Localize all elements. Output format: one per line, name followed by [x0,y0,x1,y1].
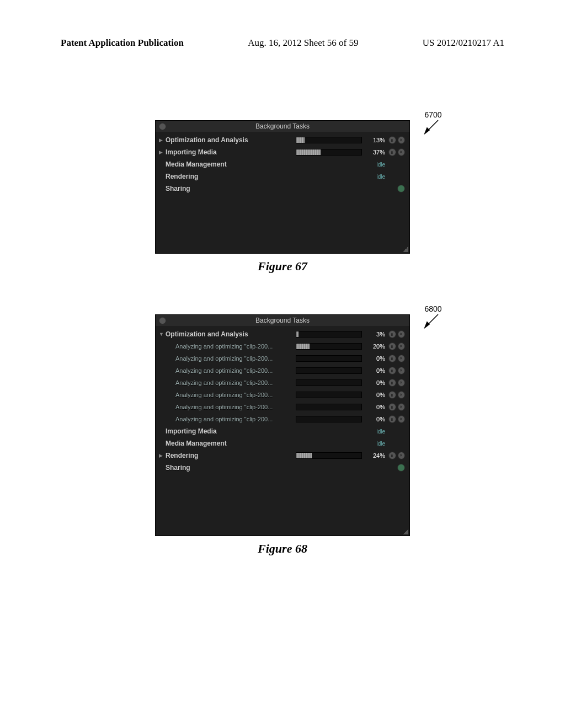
progress-bar [296,452,362,459]
progress-bar [296,404,362,410]
progress-empty [296,404,361,410]
progress-fill [296,149,321,155]
subtask-row[interactable]: Analyzing and optimizing "clip-200...0%⏸… [156,365,409,377]
figure-caption: Figure 67 [139,259,426,274]
task-label: Sharing [166,185,291,192]
pause-icon[interactable]: ⏸ [388,379,396,387]
pause-icon[interactable]: ⏸ [388,330,396,338]
progress-fill [296,137,305,143]
pause-icon[interactable]: ⏸ [388,355,396,362]
task-label: Importing Media [166,427,291,435]
progress-empty [296,392,361,398]
task-row[interactable]: Importing Media37%⏸✕ [156,146,409,158]
cancel-icon[interactable]: ✕ [398,367,406,374]
svg-marker-1 [425,128,429,133]
resize-grip-icon[interactable] [403,247,408,252]
titlebar[interactable]: Background Tasks [156,315,409,326]
callout-label: 6800 [424,304,443,313]
resize-grip-icon[interactable] [403,529,408,534]
task-label: Analyzing and optimizing "clip-200... [166,404,296,410]
progress-empty [299,331,361,337]
cancel-icon[interactable]: ✕ [398,391,406,399]
status-idle-label: idle [291,441,385,447]
cancel-icon[interactable]: ✕ [398,136,406,144]
close-icon[interactable] [159,123,166,130]
progress-bar [296,416,362,422]
cancel-icon[interactable]: ✕ [398,330,406,338]
progress-bar [296,367,362,374]
subtask-row[interactable]: Analyzing and optimizing "clip-200...0%⏸… [156,352,409,365]
row-controls: ⏸✕ [388,355,405,362]
pause-icon[interactable]: ⏸ [388,403,396,411]
task-row[interactable]: Renderingidle [156,170,409,183]
progress-empty [296,356,361,361]
window-title: Background Tasks [255,122,310,130]
progress-percent: 0% [364,355,385,362]
progress-percent: 0% [364,392,385,398]
close-icon[interactable] [159,317,166,324]
cancel-icon[interactable]: ✕ [398,415,406,423]
task-label: Analyzing and optimizing "clip-200... [166,416,296,422]
task-label: Analyzing and optimizing "clip-200... [166,392,296,398]
progress-percent: 20% [364,343,385,350]
pause-icon[interactable]: ⏸ [388,367,396,374]
subtask-row[interactable]: Analyzing and optimizing "clip-200...0%⏸… [156,401,409,413]
progress-bar [296,392,362,398]
window-title: Background Tasks [255,317,310,324]
task-row[interactable]: Sharing [156,183,409,195]
row-controls: ⏸✕ [388,379,405,387]
task-row[interactable]: Optimization and Analysis3%⏸✕ [156,328,409,340]
progress-bar [296,355,362,362]
disclosure-right-icon[interactable] [159,149,166,155]
row-controls: ⏸✕ [388,330,405,338]
header-left: Patent Application Publication [61,38,184,49]
row-controls [388,464,405,472]
cancel-icon[interactable]: ✕ [398,403,406,411]
row-controls: ⏸✕ [388,148,405,156]
disclosure-right-icon[interactable] [159,137,166,143]
subtask-row[interactable]: Analyzing and optimizing "clip-200...0%⏸… [156,389,409,401]
task-label: Media Management [166,440,291,447]
titlebar[interactable]: Background Tasks [156,121,409,132]
panel-fig67: Background Tasks Optimization and Analys… [155,120,410,254]
panel-fig68: Background Tasks Optimization and Analys… [155,314,410,536]
pause-icon[interactable]: ⏸ [388,148,396,156]
task-row[interactable]: Importing Mediaidle [156,425,409,437]
pause-icon[interactable]: ⏸ [388,452,396,459]
gear-icon[interactable] [397,464,405,472]
callout-arrow-icon [424,119,443,135]
pause-icon[interactable]: ⏸ [388,136,396,144]
cancel-icon[interactable]: ✕ [398,148,406,156]
progress-percent: 24% [364,452,385,459]
callout-arrow-icon [424,313,443,329]
status-idle-label: idle [291,429,385,435]
cancel-icon[interactable]: ✕ [398,379,406,387]
page-header: Patent Application Publication Aug. 16, … [0,0,565,49]
gear-icon[interactable] [397,185,405,192]
task-row[interactable]: Media Managementidle [156,158,409,170]
task-label: Rendering [166,173,291,180]
progress-empty [296,416,361,422]
header-right: US 2012/0210217 A1 [423,38,504,49]
cancel-icon[interactable]: ✕ [398,355,406,362]
header-mid: Aug. 16, 2012 Sheet 56 of 59 [248,38,358,49]
progress-percent: 37% [364,149,385,156]
pause-icon[interactable]: ⏸ [388,391,396,399]
subtask-row[interactable]: Analyzing and optimizing "clip-200...0%⏸… [156,377,409,389]
disclosure-right-icon[interactable] [159,453,166,458]
subtask-row[interactable]: Analyzing and optimizing "clip-200...0%⏸… [156,413,409,425]
cancel-icon[interactable]: ✕ [398,342,406,350]
task-row[interactable]: Sharing [156,462,409,474]
progress-empty [310,344,361,349]
callout-6700: 6700 [424,110,443,136]
subtask-row[interactable]: Analyzing and optimizing "clip-200...20%… [156,340,409,352]
task-row[interactable]: Media Managementidle [156,437,409,449]
figure-68-block: Background Tasks Optimization and Analys… [139,314,426,556]
task-row[interactable]: Rendering24%⏸✕ [156,449,409,462]
disclosure-down-icon[interactable] [159,331,166,337]
task-label: Analyzing and optimizing "clip-200... [166,343,296,350]
pause-icon[interactable]: ⏸ [388,415,396,423]
cancel-icon[interactable]: ✕ [398,452,406,459]
pause-icon[interactable]: ⏸ [388,342,396,350]
task-row[interactable]: Optimization and Analysis13%⏸✕ [156,134,409,146]
